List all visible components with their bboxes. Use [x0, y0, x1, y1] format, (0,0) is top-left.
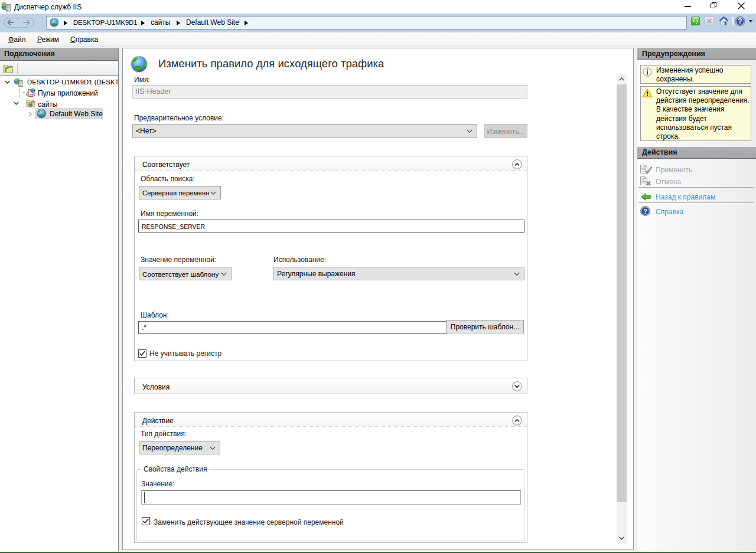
svg-text:?: ?	[643, 208, 647, 215]
svg-text:?: ?	[738, 17, 742, 25]
